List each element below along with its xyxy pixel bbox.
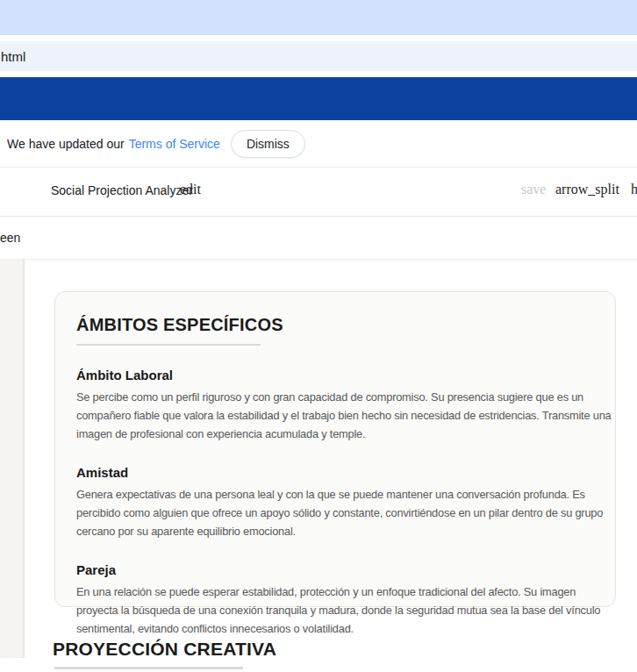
browser-tab-strip[interactable] bbox=[0, 0, 637, 35]
tos-banner: We have updated our Terms of Service Dis… bbox=[0, 120, 637, 168]
save-icon[interactable]: save bbox=[521, 182, 546, 197]
tos-message: We have updated our bbox=[7, 137, 125, 151]
page-gutter bbox=[0, 259, 25, 658]
preview-content: ÁMBITOS ESPECÍFICOS Ámbito Laboral Se pe… bbox=[0, 259, 637, 672]
section-body: En una relación se puede esperar estabil… bbox=[76, 583, 613, 638]
fullscreen-icon[interactable]: een bbox=[0, 231, 20, 245]
section-ambito-laboral: Ámbito Laboral Se percibe como un perfil… bbox=[76, 368, 594, 443]
card-title: ÁMBITOS ESPECÍFICOS bbox=[76, 315, 594, 335]
next-section-rule bbox=[54, 667, 243, 669]
browser-url-bar[interactable]: html bbox=[0, 41, 637, 71]
preview-toolbar: een bbox=[0, 218, 637, 259]
app-header: Social Projection Analyzer edit save arr… bbox=[0, 168, 637, 217]
specific-areas-card: ÁMBITOS ESPECÍFICOS Ámbito Laboral Se pe… bbox=[54, 291, 616, 607]
terms-of-service-link[interactable]: Terms of Service bbox=[129, 137, 220, 151]
section-body: Se percibe como un perfil riguroso y con… bbox=[76, 388, 613, 443]
section-heading: Amistad bbox=[76, 465, 594, 480]
history-icon[interactable]: h bbox=[631, 182, 637, 197]
section-amistad: Amistad Genera expectativas de una perso… bbox=[76, 465, 594, 540]
section-heading: Pareja bbox=[76, 562, 594, 577]
url-text: html bbox=[1, 49, 25, 64]
section-heading: Ámbito Laboral bbox=[76, 368, 594, 382]
edit-icon[interactable]: edit bbox=[180, 182, 201, 197]
card-title-rule bbox=[76, 344, 261, 346]
arrow-split-icon[interactable]: arrow_split bbox=[555, 182, 619, 197]
screen: html We have updated our Terms of Servic… bbox=[0, 0, 637, 672]
next-section-title: PROYECCIÓN CREATIVA bbox=[53, 639, 276, 660]
section-body: Genera expectativas de una persona leal … bbox=[76, 485, 613, 540]
dismiss-button[interactable]: Dismiss bbox=[231, 130, 305, 158]
section-pareja: Pareja En una relación se puede esperar … bbox=[76, 562, 594, 638]
page-banner bbox=[0, 77, 637, 120]
app-title: Social Projection Analyzer bbox=[51, 183, 193, 197]
